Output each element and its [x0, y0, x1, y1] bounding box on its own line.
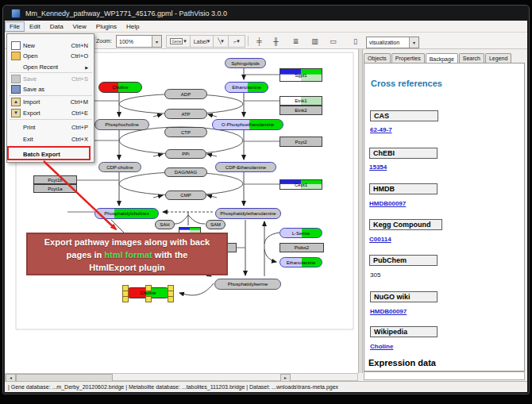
menu-item-exit[interactable]: ExitCtrl+X: [8, 134, 94, 144]
visualization-combobox[interactable]: visualization ▾: [366, 37, 419, 48]
annotation-callout: Export pathway images along with back pa…: [26, 233, 228, 275]
node-ctp[interactable]: CTP: [164, 127, 207, 137]
layout-icon[interactable]: ▯: [349, 36, 361, 47]
node-phosphocholine[interactable]: Phosphocholine: [94, 119, 149, 130]
batch-export-highlight-box: [7, 146, 91, 160]
wikipedia-link[interactable]: Choline: [370, 343, 393, 350]
status-bar: | Gene database: ...m_Derby_20120602.bri…: [5, 381, 527, 392]
expression-data-heading: Expression data: [368, 358, 436, 367]
sidebar-footer: [364, 371, 525, 380]
align-center-icon[interactable]: ╪: [253, 36, 265, 47]
window-title: Mm_Kennedy_pathway_WP1771_45176.gpml - P…: [25, 10, 227, 17]
tab-legend[interactable]: Legend: [485, 53, 511, 63]
node-phosphatidylethanolamine[interactable]: Phosphatidylethanolamine: [215, 208, 281, 219]
node-choline[interactable]: Choline: [98, 82, 142, 93]
line-tool-button[interactable]: ╲ ▾: [213, 35, 229, 48]
menu-item-import[interactable]: ▲ ImportCtrl+M: [8, 97, 94, 107]
node-etnk2[interactable]: Etnk2: [279, 106, 322, 115]
label-tool-button[interactable]: Label ▾: [190, 35, 214, 48]
menu-item-save-as[interactable]: Save as: [8, 84, 94, 94]
zoom-dropdown-icon[interactable]: ▾: [152, 36, 161, 47]
pathvisio-window: Mm_Kennedy_pathway_WP1771_45176.gpml - P…: [0, 0, 532, 404]
node-adp[interactable]: ADP: [164, 89, 207, 99]
selection-handle[interactable]: [145, 285, 152, 291]
panel-splitter[interactable]: [358, 49, 363, 373]
menu-edit[interactable]: Edit: [25, 21, 45, 32]
zoom-combobox[interactable]: 100% ▾: [116, 35, 162, 48]
section-cas: CAS: [370, 110, 438, 121]
node-cdp-choline[interactable]: CDP-choline: [98, 162, 141, 172]
menu-item-export[interactable]: ▼ ExportCtrl+E: [8, 108, 94, 118]
menu-separator: [10, 95, 92, 96]
line-dropdown-icon: ▾: [221, 38, 224, 44]
node-etnk1[interactable]: Etnk1: [279, 96, 322, 106]
status-text: | Gene database: ...m_Derby_20120602.bri…: [8, 384, 338, 390]
sidebar-tabs: Objects Properties Backpage Search Legen…: [364, 51, 526, 63]
menu-data[interactable]: Data: [45, 21, 68, 32]
node-cmp[interactable]: CMP: [165, 190, 206, 200]
node-phosphatidylcholines[interactable]: Phosphatidylcholines: [94, 208, 159, 219]
selection-handle[interactable]: [145, 296, 152, 302]
save-icon: [11, 75, 21, 83]
chebi-link[interactable]: 15354: [369, 164, 387, 171]
node-ethanolamine[interactable]: Ethanolamine: [225, 82, 268, 93]
menu-item-open[interactable]: OpenCtrl+O: [8, 51, 94, 61]
selection-handle[interactable]: [122, 296, 129, 302]
annotation-line2: pages in html format with the: [28, 248, 226, 261]
distribute-columns-icon[interactable]: ▥: [309, 36, 321, 47]
menu-separator: [10, 72, 92, 73]
gene-tool-icon: Gene: [170, 38, 183, 44]
node-pcyt2[interactable]: Pcyt2: [279, 137, 322, 147]
node-ppi[interactable]: PPi: [165, 149, 206, 159]
node-sphingolipids[interactable]: Sphingolipids: [225, 58, 266, 68]
toolbar-separator: [248, 36, 249, 46]
annotation-highlight: html format: [104, 250, 152, 260]
title-bar[interactable]: Mm_Kennedy_pathway_WP1771_45176.gpml - P…: [5, 6, 527, 21]
nugo-link[interactable]: HMDB00097: [370, 308, 407, 315]
menu-item-open-recent[interactable]: Open Recent▶: [8, 62, 94, 72]
export-icon: ▼: [11, 109, 21, 117]
connector-tool-button[interactable]: ⌐ ▾: [228, 35, 245, 48]
node-ethanolamine-2[interactable]: Ethanolamine: [279, 257, 322, 267]
menu-view[interactable]: View: [68, 21, 91, 32]
node-atp[interactable]: ATP: [164, 109, 207, 119]
hmdb-link[interactable]: HMDB00097: [369, 200, 406, 207]
node-phosphatidylserine[interactable]: Phosphatidylserine: [214, 279, 281, 290]
backpage-panel: [364, 63, 525, 371]
kegg-link[interactable]: C00114: [369, 236, 391, 243]
node-pcyt1b[interactable]: Pcyt1b: [33, 175, 77, 184]
align-middle-icon[interactable]: ╫: [270, 36, 282, 47]
annotation-line3: HtmlExport plugin: [28, 261, 226, 274]
cas-link[interactable]: 62-49-7: [370, 126, 392, 133]
section-hmdb: HMDB: [369, 183, 438, 194]
node-sgpl1[interactable]: Sgpl1: [279, 68, 322, 82]
node-cdp-ethanolamine[interactable]: CDP-Ethanolamine: [215, 162, 276, 172]
node-l-serine[interactable]: L-Serine: [279, 228, 322, 238]
node-pcyt1a[interactable]: Pcyt1a: [33, 184, 77, 193]
menu-item-new[interactable]: NewCtrl+N: [8, 40, 94, 51]
section-nugo: NuGO wiki: [370, 291, 438, 302]
node-sam[interactable]: SAM: [206, 220, 226, 229]
import-icon: ▲: [11, 98, 21, 106]
node-cept1[interactable]: Cept1: [279, 179, 322, 190]
section-wikipedia: Wikipedia: [370, 326, 438, 337]
node-o-phosphoethanolamine[interactable]: O-Phosphoethanolamine: [212, 119, 283, 130]
node-ptdss2[interactable]: Ptdss2: [279, 243, 324, 252]
horizontal-scrollbar[interactable]: ◄ ►: [5, 373, 358, 381]
distribute-rows-icon[interactable]: ≣: [290, 36, 302, 47]
gene-tool-button[interactable]: Gene ▾: [166, 35, 191, 48]
tab-search[interactable]: Search: [459, 53, 484, 63]
app-icon: [11, 9, 21, 18]
menu-plugins[interactable]: Plugins: [91, 21, 121, 32]
menu-file[interactable]: File: [5, 21, 25, 32]
selection-handle[interactable]: [168, 296, 174, 302]
menu-item-print[interactable]: PrintCtrl+P: [8, 122, 94, 133]
node-sah[interactable]: SAH: [155, 220, 175, 229]
tab-properties[interactable]: Properties: [391, 53, 425, 63]
menu-help[interactable]: Help: [121, 21, 144, 32]
tab-objects[interactable]: Objects: [364, 53, 391, 63]
menu-separator: [10, 119, 92, 120]
common-size-icon[interactable]: ▭: [327, 36, 339, 47]
visualization-dropdown-icon[interactable]: ▾: [409, 37, 418, 48]
node-dag-mag[interactable]: DAG/MAG: [164, 167, 207, 177]
